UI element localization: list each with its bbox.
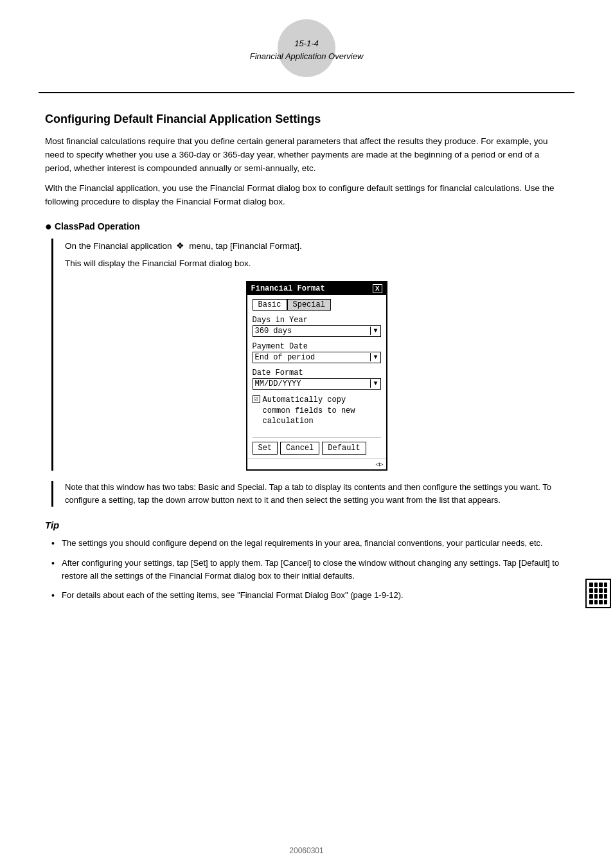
note-block: Note that this window has two tabs: Basi… xyxy=(51,481,568,507)
footer-text: 20060301 xyxy=(289,846,323,855)
page-number: 15-1-4 xyxy=(250,37,364,50)
icon-cell xyxy=(589,594,593,599)
page-subtitle: Financial Application Overview xyxy=(250,50,364,63)
days-in-year-select[interactable]: 360 days ▼ xyxy=(253,325,381,337)
date-format-value: MM/DD/YYYY xyxy=(253,379,371,389)
payment-date-value: End of period xyxy=(253,352,371,363)
date-format-select[interactable]: MM/DD/YYYY ▼ xyxy=(253,378,381,390)
icon-cell xyxy=(604,600,608,604)
tab-special[interactable]: Special xyxy=(287,299,331,311)
date-format-label: Date Format xyxy=(253,368,381,377)
icon-cell xyxy=(599,583,603,587)
page-footer: 20060301 xyxy=(0,846,613,855)
cancel-button[interactable]: Cancel xyxy=(280,442,319,455)
default-button[interactable]: Default xyxy=(322,442,366,455)
icon-cell xyxy=(589,588,593,593)
header-circle: 15-1-4 Financial Application Overview xyxy=(278,19,335,77)
icon-cell xyxy=(589,583,593,587)
auto-copy-checkbox[interactable]: ☑ xyxy=(253,395,260,403)
subsection-heading: ● ClassPad Operation xyxy=(45,221,568,232)
body-para-1: Most financial calculations require that… xyxy=(45,135,568,176)
dialog-title: Financial Format xyxy=(251,284,325,293)
icon-cell xyxy=(589,600,593,604)
header-text: 15-1-4 Financial Application Overview xyxy=(250,37,364,62)
auto-copy-label: Automatically copycommon fields to newca… xyxy=(263,395,355,427)
icon-cell xyxy=(594,583,598,587)
tip-list: The settings you should configure depend… xyxy=(51,537,568,602)
instruction-block: On the Financial application ❖ menu, tap… xyxy=(51,239,568,471)
tip-item-1: The settings you should configure depend… xyxy=(51,537,568,550)
icon-cell xyxy=(604,594,608,599)
icon-cell xyxy=(594,588,598,593)
section-title: Configuring Default Financial Applicatio… xyxy=(45,113,568,126)
days-in-year-value: 360 days xyxy=(253,326,371,336)
menu-icon: ❖ xyxy=(176,239,184,253)
dialog-close-button[interactable]: X xyxy=(373,284,382,293)
instruction-line-2: This will display the Financial Format d… xyxy=(65,257,568,271)
days-in-year-label: Days in Year xyxy=(253,316,381,325)
main-content: Configuring Default Financial Applicatio… xyxy=(0,93,613,634)
days-in-year-arrow[interactable]: ▼ xyxy=(370,327,380,335)
date-format-arrow[interactable]: ▼ xyxy=(370,379,380,388)
tip-item-2: After configuring your settings, tap [Se… xyxy=(51,557,568,583)
bullet-icon: ● xyxy=(45,221,52,232)
page-header: 15-1-4 Financial Application Overview xyxy=(0,0,613,86)
dialog-titlebar: Financial Format X xyxy=(247,282,386,295)
tab-basic[interactable]: Basic xyxy=(253,299,287,311)
icon-cell xyxy=(599,588,603,593)
payment-date-arrow[interactable]: ▼ xyxy=(370,353,380,361)
tip-heading: Tip xyxy=(45,520,568,530)
tip-item-3: For details about each of the setting it… xyxy=(51,589,568,602)
instruction-text-1b: menu, tap [Financial Format]. xyxy=(189,241,302,251)
instruction-text-1a: On the Financial application xyxy=(65,241,172,251)
dialog-buttons: Set Cancel Default xyxy=(253,437,381,455)
subsection-title: ClassPad Operation xyxy=(55,221,140,231)
body-para-2: With the Financial application, you use … xyxy=(45,182,568,209)
dialog-statusbar: ◁▷ xyxy=(247,458,386,469)
set-button[interactable]: Set xyxy=(253,442,278,455)
icon-cell xyxy=(604,583,608,587)
payment-date-label: Payment Date xyxy=(253,342,381,351)
icon-cell xyxy=(604,588,608,593)
note-text: Note that this window has two tabs: Basi… xyxy=(65,482,551,505)
icon-cell xyxy=(599,600,603,604)
instruction-line-1: On the Financial application ❖ menu, tap… xyxy=(65,239,568,253)
dialog-screenshot: Financial Format X Basic Special Days in… xyxy=(65,281,568,471)
dialog-body: Basic Special Days in Year 360 days ▼ Pa… xyxy=(247,295,386,458)
sidebar-calculator-icon xyxy=(585,579,611,608)
checkbox-area: ☑ Automatically copycommon fields to new… xyxy=(253,395,381,427)
icon-cell xyxy=(594,594,598,599)
auto-copy-row[interactable]: ☑ Automatically copycommon fields to new… xyxy=(253,395,381,427)
icon-cell xyxy=(599,594,603,599)
dialog-tabs: Basic Special xyxy=(253,299,381,311)
financial-format-dialog: Financial Format X Basic Special Days in… xyxy=(246,281,387,471)
right-sidebar xyxy=(583,579,613,608)
icon-cell xyxy=(594,600,598,604)
payment-date-select[interactable]: End of period ▼ xyxy=(253,352,381,363)
